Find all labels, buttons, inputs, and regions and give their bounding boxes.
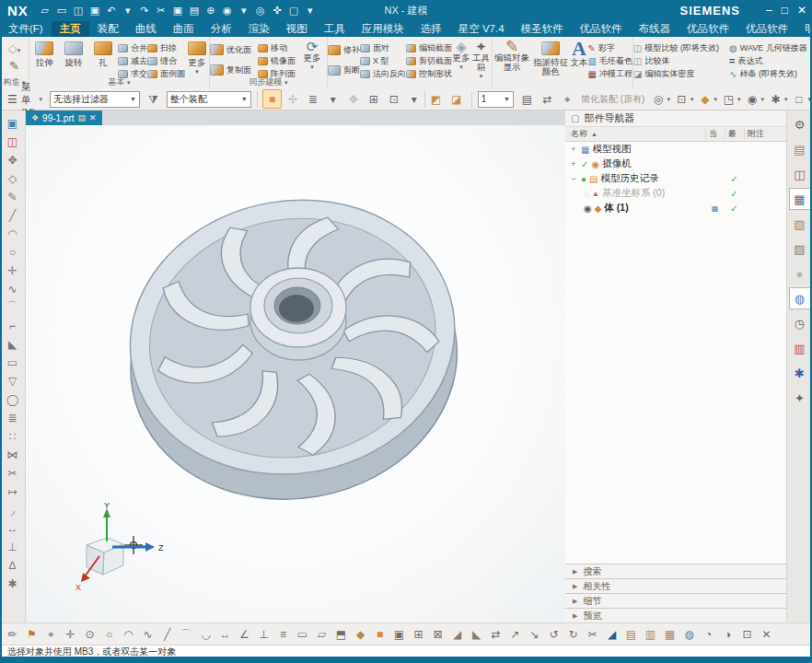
tab-youpin3[interactable]: 优品软件 [737,21,796,37]
toolbox-button[interactable]: ✦ 工具箱 ▾ [470,40,492,81]
boxed-dot-icon[interactable]: ⊡ [738,626,756,644]
subtract-button[interactable]: 减去 [118,54,147,67]
paste-icon[interactable]: ▤ [187,5,202,17]
line-icon[interactable]: ╱ [4,206,22,224]
customize-dropdown-icon[interactable]: ▾ [303,5,318,17]
tab-mosheng[interactable]: 模圣软件 [513,21,572,37]
window-icon[interactable]: ▢ [286,5,301,17]
circle-icon[interactable]: ○ [4,243,22,261]
tab-routing[interactable]: 布线器 [631,21,679,37]
half-circle-icon[interactable]: ◑ [719,626,737,644]
surface-more-button[interactable]: ◈ 更多 ▾ [452,40,470,72]
revolve-button[interactable]: 旋转 [59,40,88,67]
tab-assemblies[interactable]: 装配 [89,21,127,37]
patch-button[interactable]: 修补 [328,41,360,58]
cut-icon[interactable]: ✂ [154,5,168,17]
group-label-synchronous[interactable]: 同步建模 ▾ [210,77,327,88]
redo-icon[interactable]: ↷ [137,5,152,17]
corner-icon[interactable]: ⌐ [4,317,22,334]
arc-icon[interactable]: ◠ [4,225,22,242]
unite-button[interactable]: 合并 [118,41,147,54]
section-details[interactable]: ▶ 细节 [565,593,786,608]
view-cube-dropdown-icon[interactable]: ▾ [737,96,741,103]
snap-angle-icon[interactable]: ∠ [236,626,253,644]
mirror-face-button[interactable]: 镜像面 [258,54,298,67]
edit-sketch-icon[interactable]: ✏ [4,626,21,644]
diamond-icon[interactable]: ◆ [352,626,369,644]
tree-row-cameras[interactable]: + ✓ ◉ 摄像机 [565,157,786,171]
scissors-icon[interactable]: ✂ [584,626,601,644]
assembly-constraint-icon[interactable]: ◫ [4,133,22,150]
jet-icon[interactable]: ◢ [603,626,621,644]
polygon-icon[interactable]: ▽ [4,372,22,390]
tree-row-model-history[interactable]: − ● ▤ 模型历史记录 ✓ [565,171,786,186]
snap-bottom-arc-icon[interactable]: ◡ [197,626,215,644]
minimize-button[interactable]: – [766,4,772,17]
selection-scope-combo[interactable]: 整个装配▼ [167,91,251,108]
conic-icon[interactable]: ⌒ [4,298,22,316]
die-engineering-button[interactable]: ▦冲模工程 [588,67,632,80]
shaded-view-icon[interactable]: ◆ [695,89,714,109]
copy-face-button[interactable]: 复制面 [210,62,258,78]
reuse-library-icon[interactable]: ▧ [789,213,811,235]
tree-row-model-views[interactable]: + ▦ 模型视图 [565,142,786,157]
model-canvas[interactable]: Y Z X [26,125,565,622]
sphere-tool-icon[interactable]: ● [789,262,811,285]
snap-perpendicular-icon[interactable]: ⊥ [255,626,273,644]
snap-cube-icon[interactable]: ■ [262,89,282,109]
chamfer-icon[interactable]: ◣ [4,335,22,353]
undo-dropdown-icon[interactable]: ▾ [121,5,135,17]
blank-shade-button[interactable]: ▥毛坯着色 [588,54,632,67]
sketch-plane-icon[interactable]: ◇▾ [8,41,21,55]
parallelogram-icon[interactable]: ▱ [313,626,331,644]
rect-dropdown-icon[interactable]: ▾ [404,89,423,109]
hd3d-tools-icon[interactable]: ▨ [789,238,811,260]
control-shape-button[interactable]: 控制形状 [406,67,452,80]
constraint-navigator-icon[interactable]: ◫ [789,163,811,185]
body-b-icon[interactable]: ◪ [447,89,466,109]
fillet-icon[interactable]: ◞ [4,501,22,518]
expand-icon[interactable]: + [569,145,578,154]
shade-a-icon[interactable]: ▤ [622,626,640,644]
record-icon[interactable]: ◎ [253,5,268,17]
csys-icon[interactable]: ⌖ [558,89,577,109]
column-note[interactable]: 附注 [744,128,786,140]
filter-reset-icon[interactable]: ⧩ [144,89,163,109]
snap-circle-icon[interactable]: ○ [100,626,118,644]
visibility-icon[interactable]: ◉ [742,89,761,109]
lettering-button[interactable]: ✎彩字 [588,41,632,54]
compare-body-button[interactable]: ◫比较体 [633,54,729,67]
rect-add-icon[interactable]: ⊡ [384,89,403,109]
toolbox-icon[interactable]: ✦ [789,387,811,409]
xform-button[interactable]: X 型 [360,54,406,67]
dimension-icon[interactable]: ↔ [4,519,22,537]
datum-plane-icon[interactable]: ◇ [4,169,22,187]
move-face-button[interactable]: 移动 [258,41,298,54]
section-search[interactable]: ▶ 搜索 [565,564,786,578]
edit-density-button[interactable]: ◪编辑实体密度 [633,67,729,80]
filter-dropdown-icon[interactable]: ▾ [323,89,342,109]
collapse-icon[interactable]: − [569,174,578,183]
visibility-dropdown-icon[interactable]: ▾ [760,96,764,103]
tab-render[interactable]: 渲染 [240,21,278,37]
tree-row-body[interactable]: ◉ ◆ 体 (1) ▦ ✓ [565,201,786,215]
web-browser-icon[interactable]: ◍ [789,287,811,309]
wave-linker-button[interactable]: ◍WAVE 几何链接器 [729,41,812,54]
tab-select[interactable]: 选择 [412,21,450,37]
snap-arc-icon[interactable]: ◠ [120,626,137,644]
snap-center-icon[interactable]: ⊙ [81,626,99,644]
tab-tools[interactable]: 工具 [316,21,354,37]
spark-icon[interactable]: ✱ [789,362,811,384]
snap-curve-icon[interactable]: ⌒ [178,626,195,644]
mirror-curve-icon[interactable]: ⋈ [4,446,22,463]
tab-home[interactable]: 主页 [52,21,89,37]
text-button[interactable]: A 文本 [570,40,587,67]
basic-more-button[interactable]: 更多 ▾ [185,40,209,76]
zoom-window-icon[interactable]: ◎ [648,89,667,109]
window-layout-icon[interactable]: □ [789,89,808,109]
tab-xingkong[interactable]: 星空 V7.4 [450,21,513,37]
fit-view-dropdown-icon[interactable]: ▾ [690,96,694,103]
section-preview[interactable]: ▶ 预览 [565,608,786,622]
history-icon[interactable]: ◷ [789,312,811,334]
pattern-curve-icon[interactable]: ∷ [4,427,22,445]
